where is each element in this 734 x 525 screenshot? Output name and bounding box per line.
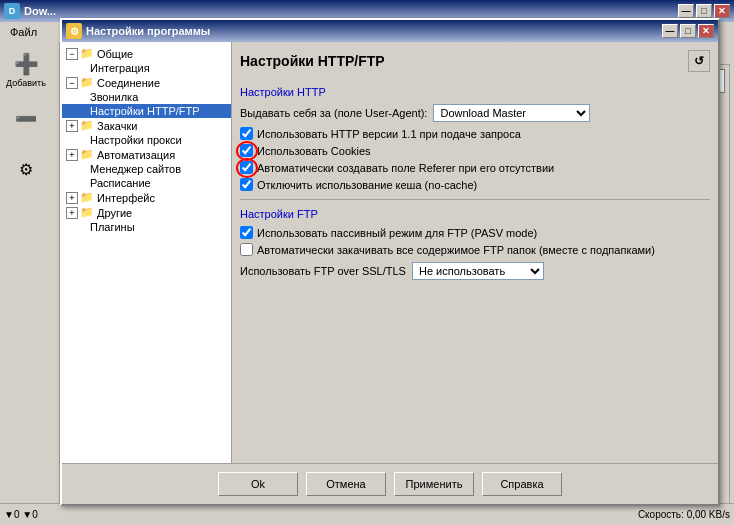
content-title-row: Настройки HTTP/FTP ↺ [240,50,710,76]
settings-dialog: ⚙ Настройки программы — □ ✕ − 📁 Общие Ин… [60,18,720,506]
ok-btn[interactable]: Ok [218,472,298,496]
tree-item-proxy[interactable]: Настройки прокси [62,133,231,147]
tree-item-plugins[interactable]: Плагины [62,220,231,234]
tree-item-downloads[interactable]: + 📁 Закачки [62,118,231,133]
tree-label-connection: Соединение [97,77,160,89]
checkbox-label-referer: Автоматически создавать поле Referer при… [257,162,554,174]
content-panel: Настройки HTTP/FTP ↺ Настройки HTTP Выда… [232,42,718,463]
ssl-label: Использовать FTP over SSL/TLS [240,265,406,277]
tree-item-dialup[interactable]: Звонилка [62,90,231,104]
dialog-overlay: ⚙ Настройки программы — □ ✕ − 📁 Общие Ин… [0,0,734,525]
expand-connection[interactable]: − [66,77,78,89]
http-section-header: Настройки HTTP [240,86,710,98]
ssl-select[interactable]: Не использовать Явный SSL/TLS Неявный SS… [413,263,543,279]
expand-interface[interactable]: + [66,192,78,204]
checkbox-cookies[interactable] [240,144,253,157]
dialog-minimize-btn[interactable]: — [662,24,678,38]
folder-icon-dl: 📁 [80,119,94,132]
tree-label-downloads: Закачки [97,120,137,132]
tree-item-connection[interactable]: − 📁 Соединение [62,75,231,90]
checkbox-row-cookies: Использовать Cookies [240,144,710,157]
cancel-btn[interactable]: Отмена [306,472,386,496]
expand-general[interactable]: − [66,48,78,60]
tree-item-other[interactable]: + 📁 Другие [62,205,231,220]
tree-label-integration: Интеграция [90,62,150,74]
dialog-titlebar: ⚙ Настройки программы — □ ✕ [62,20,718,42]
folder-icon: 📁 [80,47,94,60]
checkbox-row-referer: Автоматически создавать поле Referer при… [240,161,710,174]
tree-item-automation[interactable]: + 📁 Автоматизация [62,147,231,162]
expand-automation[interactable]: + [66,149,78,161]
checkbox-nocache[interactable] [240,178,253,191]
tree-label-plugins: Плагины [90,221,135,233]
tree-label-other: Другие [97,207,132,219]
checkbox-referer[interactable] [240,161,253,174]
checkbox-label-ftpcontent: Автоматически закачивать все содержимое … [257,244,655,256]
checkbox-label-passive: Использовать пассивный режим для FTP (PA… [257,227,537,239]
tree-label-site-manager: Менеджер сайтов [90,163,181,175]
tree-label-proxy: Настройки прокси [90,134,182,146]
ssl-row: Использовать FTP over SSL/TLS Не использ… [240,262,710,280]
tree-label-general: Общие [97,48,133,60]
folder-icon-auto: 📁 [80,148,94,161]
tree-label-interface: Интерфейс [97,192,155,204]
tree-item-site-manager[interactable]: Менеджер сайтов [62,162,231,176]
checkbox-row-http11: Использовать HTTP версии 1.1 при подаче … [240,127,710,140]
useragent-select[interactable]: Download Master Mozilla Firefox Internet… [434,105,589,121]
checkbox-label-http11: Использовать HTTP версии 1.1 при подаче … [257,128,521,140]
useragent-row: Выдавать себя за (поле User-Agent): Down… [240,104,710,122]
dialog-title: Настройки программы [86,25,662,37]
help-btn[interactable]: Справка [482,472,562,496]
dialog-body: − 📁 Общие Интеграция − 📁 Соединение Звон… [62,42,718,463]
refresh-btn[interactable]: ↺ [688,50,710,72]
checkbox-passive[interactable] [240,226,253,239]
checkbox-label-cookies: Использовать Cookies [257,145,371,157]
tree-panel: − 📁 Общие Интеграция − 📁 Соединение Звон… [62,42,232,463]
dialog-maximize-btn[interactable]: □ [680,24,696,38]
folder-icon-ui: 📁 [80,191,94,204]
tree-label-dialup: Звонилка [90,91,138,103]
checkbox-ftpcontent[interactable] [240,243,253,256]
tree-label-http-ftp: Настройки HTTP/FTP [90,105,200,117]
useragent-dropdown-wrapper: Download Master Mozilla Firefox Internet… [433,104,590,122]
checkbox-row-ftpcontent: Автоматически закачивать все содержимое … [240,243,710,256]
tree-label-automation: Автоматизация [97,149,175,161]
checkbox-row-passive: Использовать пассивный режим для FTP (PA… [240,226,710,239]
folder-icon-other: 📁 [80,206,94,219]
tree-item-schedule[interactable]: Расписание [62,176,231,190]
folder-icon-conn: 📁 [80,76,94,89]
checkbox-label-nocache: Отключить использование кеша (no-cache) [257,179,477,191]
dialog-titlebar-btns: — □ ✕ [662,24,714,38]
useragent-label: Выдавать себя за (поле User-Agent): [240,107,427,119]
http-checkboxes-container: Использовать HTTP версии 1.1 при подаче … [240,127,710,191]
tree-item-interface[interactable]: + 📁 Интерфейс [62,190,231,205]
tree-label-schedule: Расписание [90,177,151,189]
dialog-footer: Ok Отмена Применить Справка [62,463,718,504]
tree-item-integration[interactable]: Интеграция [62,61,231,75]
expand-downloads[interactable]: + [66,120,78,132]
apply-btn[interactable]: Применить [394,472,474,496]
checkbox-row-nocache: Отключить использование кеша (no-cache) [240,178,710,191]
tree-item-general[interactable]: − 📁 Общие [62,46,231,61]
section-divider [240,199,710,200]
content-title-text: Настройки HTTP/FTP [240,53,385,69]
ssl-dropdown-wrapper: Не использовать Явный SSL/TLS Неявный SS… [412,262,544,280]
ftp-section-header: Настройки FTP [240,208,710,220]
checkbox-http11[interactable] [240,127,253,140]
expand-other[interactable]: + [66,207,78,219]
dialog-icon: ⚙ [66,23,82,39]
dialog-close-btn[interactable]: ✕ [698,24,714,38]
refresh-icon: ↺ [694,54,704,68]
tree-item-http-ftp[interactable]: Настройки HTTP/FTP [62,104,231,118]
